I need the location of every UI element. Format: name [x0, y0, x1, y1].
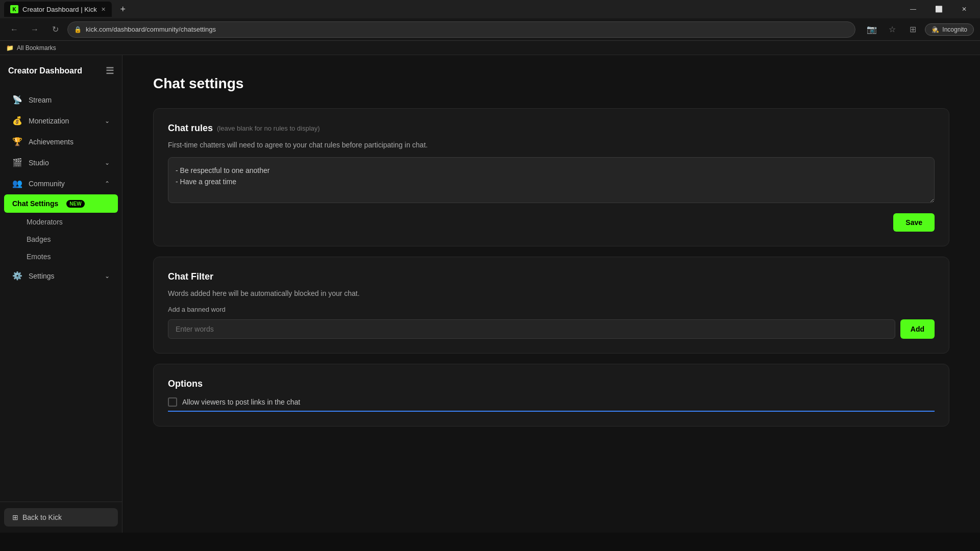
- chat-rules-title: Chat rules (leave blank for no rules to …: [168, 123, 935, 134]
- community-icon: 👥: [12, 179, 22, 188]
- chat-settings-label: Chat Settings: [12, 199, 58, 208]
- moderators-label: Moderators: [27, 218, 63, 226]
- studio-icon: 🎬: [12, 158, 22, 167]
- address-bar[interactable]: 🔒 kick.com/dashboard/community/chatsetti…: [67, 21, 855, 38]
- incognito-icon: 🕵: [932, 26, 939, 33]
- tab-close-button[interactable]: ✕: [101, 6, 106, 13]
- sidebar-item-monetization[interactable]: 💰 Monetization ⌄: [4, 111, 118, 131]
- sidebar-item-achievements-label: Achievements: [29, 138, 74, 146]
- chevron-down-icon: ⌄: [105, 117, 110, 124]
- maximize-button[interactable]: ⬜: [927, 2, 950, 17]
- achievements-icon: 🏆: [12, 137, 22, 146]
- studio-chevron-icon: ⌄: [105, 159, 110, 166]
- reload-button[interactable]: ↻: [47, 21, 63, 38]
- incognito-label: Incognito: [942, 26, 967, 33]
- community-chevron-icon: ⌃: [105, 180, 110, 187]
- new-badge: NEW: [66, 200, 84, 208]
- main-content: Chat settings Chat rules (leave blank fo…: [122, 55, 980, 533]
- sidebar-item-moderators[interactable]: Moderators: [4, 214, 118, 230]
- sidebar-item-community[interactable]: 👥 Community ⌃: [4, 173, 118, 193]
- browser-toolbar-right: 📷 ☆ ⊞ 🕵 Incognito: [864, 21, 974, 38]
- bookmark-star-icon[interactable]: ☆: [884, 21, 900, 38]
- sidebar-item-chat-settings[interactable]: Chat Settings NEW: [4, 194, 118, 213]
- chat-rules-textarea[interactable]: [168, 157, 935, 203]
- banned-word-input[interactable]: [168, 319, 895, 339]
- allow-links-checkbox[interactable]: [168, 397, 177, 407]
- sidebar-title: Creator Dashboard: [8, 66, 82, 76]
- sidebar-nav: 📡 Stream 💰 Monetization ⌄ 🏆 Achievements…: [0, 85, 122, 502]
- page-title: Chat settings: [153, 76, 949, 92]
- bookmarks-label: All Bookmarks: [17, 44, 56, 52]
- forward-nav-button[interactable]: →: [27, 21, 43, 38]
- bookmarks-folder-icon: 📁: [6, 44, 14, 52]
- settings-icon: ⚙️: [12, 271, 22, 281]
- add-banned-word-button[interactable]: Add: [900, 319, 935, 339]
- browser-tab[interactable]: K Creator Dashboard | Kick ✕: [4, 2, 112, 17]
- monetization-icon: 💰: [12, 116, 22, 126]
- sidebar-item-community-label: Community: [29, 180, 65, 188]
- options-section: Options Allow viewers to post links in t…: [153, 364, 949, 427]
- sidebar: Creator Dashboard ☰ 📡 Stream 💰 Monetizat…: [0, 55, 122, 533]
- chat-rules-subtitle: (leave blank for no rules to display): [217, 124, 320, 132]
- tab-title: Creator Dashboard | Kick: [22, 6, 97, 13]
- save-row: Save: [168, 213, 935, 232]
- chat-filter-section: Chat Filter Words added here will be aut…: [153, 257, 949, 354]
- emotes-label: Emotes: [27, 253, 51, 261]
- banned-word-label: Add a banned word: [168, 306, 935, 313]
- banned-word-row: Add: [168, 319, 935, 339]
- app-layout: Creator Dashboard ☰ 📡 Stream 💰 Monetizat…: [0, 55, 980, 533]
- sidebar-item-studio-label: Studio: [29, 159, 49, 167]
- blue-underline-decoration: [168, 411, 935, 412]
- sidebar-item-monetization-label: Monetization: [29, 117, 69, 125]
- sidebar-item-emotes[interactable]: Emotes: [4, 248, 118, 265]
- sidebar-item-badges[interactable]: Badges: [4, 231, 118, 247]
- options-title: Options: [168, 379, 935, 389]
- chat-filter-title: Chat Filter: [168, 271, 935, 282]
- back-nav-button[interactable]: ←: [6, 21, 22, 38]
- sidebar-header: Creator Dashboard ☰: [0, 55, 122, 85]
- save-chat-rules-button[interactable]: Save: [893, 213, 935, 232]
- browser-chrome: K Creator Dashboard | Kick ✕ + — ⬜ ✕ ← →…: [0, 0, 980, 55]
- title-bar: K Creator Dashboard | Kick ✕ + — ⬜ ✕: [0, 0, 980, 18]
- stream-icon: 📡: [12, 95, 22, 105]
- sidebar-item-stream[interactable]: 📡 Stream: [4, 90, 118, 110]
- back-icon: ⊞: [12, 513, 18, 521]
- sidebar-menu-icon[interactable]: ☰: [106, 65, 114, 77]
- allow-links-option: Allow viewers to post links in the chat: [168, 397, 935, 407]
- new-tab-button[interactable]: +: [116, 2, 130, 16]
- url-text: kick.com/dashboard/community/chatsetting…: [86, 26, 216, 33]
- chat-rules-description: First-time chatters will need to agree t…: [168, 141, 935, 149]
- chat-rules-section: Chat rules (leave blank for no rules to …: [153, 108, 949, 246]
- sidebar-item-studio[interactable]: 🎬 Studio ⌄: [4, 153, 118, 172]
- camera-off-icon[interactable]: 📷: [864, 21, 880, 38]
- tab-favicon: K: [10, 5, 18, 13]
- sidebar-item-achievements[interactable]: 🏆 Achievements: [4, 132, 118, 152]
- layout-icon[interactable]: ⊞: [904, 21, 921, 38]
- badges-label: Badges: [27, 235, 51, 243]
- allow-links-label: Allow viewers to post links in the chat: [182, 398, 300, 406]
- sidebar-footer: ⊞ Back to Kick: [0, 502, 122, 533]
- bookmarks-bar: 📁 All Bookmarks: [0, 41, 980, 55]
- sidebar-item-settings-label: Settings: [29, 272, 55, 280]
- chat-filter-description: Words added here will be automatically b…: [168, 289, 935, 297]
- sidebar-item-stream-label: Stream: [29, 96, 52, 104]
- sidebar-item-settings[interactable]: ⚙️ Settings ⌄: [4, 266, 118, 286]
- minimize-button[interactable]: —: [901, 2, 925, 17]
- close-button[interactable]: ✕: [952, 2, 976, 17]
- back-to-kick-label: Back to Kick: [22, 513, 62, 521]
- incognito-button[interactable]: 🕵 Incognito: [925, 23, 974, 36]
- window-controls: — ⬜ ✕: [901, 2, 976, 17]
- settings-chevron-icon: ⌄: [105, 272, 110, 280]
- address-bar-row: ← → ↻ 🔒 kick.com/dashboard/community/cha…: [0, 18, 980, 41]
- back-to-kick-button[interactable]: ⊞ Back to Kick: [4, 508, 118, 527]
